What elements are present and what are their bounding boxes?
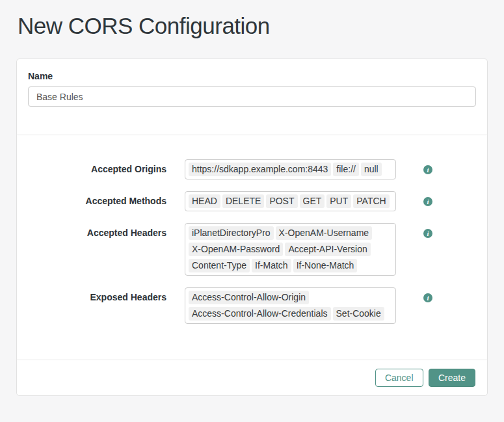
- tag[interactable]: POST: [266, 194, 297, 208]
- tag[interactable]: If-None-Match: [293, 259, 358, 272]
- form-row-accepted-methods: Accepted MethodsHEADDELETEPOSTGETPUTPATC…: [17, 191, 487, 211]
- tags-input-accepted-origins[interactable]: https://sdkapp.example.com:8443file://nu…: [185, 159, 396, 179]
- tag[interactable]: iPlanetDirectoryPro: [189, 226, 274, 240]
- tag[interactable]: Access-Control-Allow-Origin: [189, 291, 309, 304]
- fields-section: Accepted Originshttps://sdkapp.example.c…: [17, 135, 487, 360]
- info-icon[interactable]: i: [423, 165, 432, 174]
- tag[interactable]: Content-Type: [189, 259, 250, 272]
- tag[interactable]: https://sdkapp.example.com:8443: [189, 163, 331, 176]
- form-row-accepted-origins: Accepted Originshttps://sdkapp.example.c…: [17, 159, 487, 179]
- tag[interactable]: PUT: [326, 194, 351, 208]
- field-label-accepted-origins: Accepted Origins: [17, 159, 166, 174]
- tag[interactable]: Accept-API-Version: [285, 243, 370, 256]
- tag[interactable]: X-OpenAM-Username: [276, 226, 373, 240]
- card-footer: Cancel Create: [17, 360, 487, 395]
- form-row-exposed-headers: Exposed HeadersAccess-Control-Allow-Orig…: [17, 287, 487, 324]
- tag[interactable]: X-OpenAM-Password: [189, 243, 283, 256]
- name-section: Name: [17, 59, 487, 135]
- tag[interactable]: If-Match: [252, 259, 291, 272]
- tag[interactable]: DELETE: [222, 194, 264, 208]
- tag[interactable]: file://: [333, 163, 359, 176]
- name-input[interactable]: [28, 86, 476, 107]
- name-label: Name: [28, 71, 476, 81]
- tags-input-accepted-methods[interactable]: HEADDELETEPOSTGETPUTPATCH: [185, 191, 396, 211]
- tags-input-exposed-headers[interactable]: Access-Control-Allow-OriginAccess-Contro…: [185, 287, 396, 324]
- tag[interactable]: Access-Control-Allow-Credentials: [189, 307, 331, 321]
- tags-input-accepted-headers[interactable]: iPlanetDirectoryProX-OpenAM-UsernameX-Op…: [185, 223, 396, 276]
- form-rows: Accepted Originshttps://sdkapp.example.c…: [17, 159, 487, 324]
- tag[interactable]: null: [361, 163, 382, 176]
- info-icon[interactable]: i: [423, 293, 432, 302]
- field-label-accepted-methods: Accepted Methods: [17, 191, 166, 206]
- tag[interactable]: GET: [300, 194, 325, 208]
- field-label-accepted-headers: Accepted Headers: [17, 223, 166, 238]
- tag[interactable]: HEAD: [189, 194, 220, 208]
- page: New CORS Configuration Name Accepted Ori…: [0, 0, 504, 396]
- page-title: New CORS Configuration: [18, 13, 488, 39]
- cors-config-card: Name Accepted Originshttps://sdkapp.exam…: [16, 59, 488, 396]
- field-label-exposed-headers: Exposed Headers: [17, 287, 166, 302]
- tag[interactable]: PATCH: [353, 194, 389, 208]
- create-button[interactable]: Create: [429, 369, 475, 387]
- info-icon[interactable]: i: [423, 229, 432, 238]
- tag[interactable]: Set-Cookie: [333, 307, 384, 321]
- form-row-accepted-headers: Accepted HeadersiPlanetDirectoryProX-Ope…: [17, 223, 487, 276]
- info-icon[interactable]: i: [423, 197, 432, 206]
- cancel-button[interactable]: Cancel: [375, 369, 423, 387]
